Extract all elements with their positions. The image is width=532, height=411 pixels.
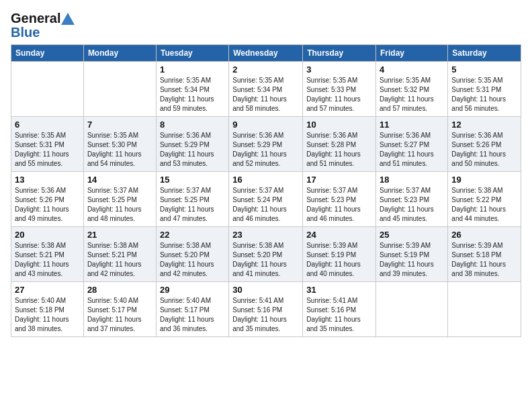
- calendar-cell: 9Sunrise: 5:36 AM Sunset: 5:29 PM Daylig…: [229, 117, 303, 172]
- calendar-cell: 1Sunrise: 5:35 AM Sunset: 5:34 PM Daylig…: [156, 62, 228, 117]
- calendar-cell: 5Sunrise: 5:35 AM Sunset: 5:31 PM Daylig…: [448, 62, 521, 117]
- col-header-saturday: Saturday: [448, 45, 521, 62]
- day-number: 26: [451, 230, 517, 240]
- day-number: 31: [306, 285, 372, 295]
- day-number: 9: [232, 120, 299, 130]
- col-header-friday: Friday: [376, 45, 448, 62]
- calendar-cell: 27Sunrise: 5:40 AM Sunset: 5:18 PM Dayli…: [11, 282, 84, 337]
- day-info: Sunrise: 5:38 AM Sunset: 5:22 PM Dayligh…: [451, 186, 517, 224]
- calendar-cell: 28Sunrise: 5:40 AM Sunset: 5:17 PM Dayli…: [83, 282, 156, 337]
- day-info: Sunrise: 5:40 AM Sunset: 5:18 PM Dayligh…: [15, 296, 80, 334]
- day-info: Sunrise: 5:39 AM Sunset: 5:19 PM Dayligh…: [306, 241, 372, 279]
- day-number: 12: [451, 120, 517, 130]
- day-info: Sunrise: 5:38 AM Sunset: 5:21 PM Dayligh…: [15, 241, 80, 279]
- day-number: 2: [232, 64, 299, 75]
- calendar-cell: 26Sunrise: 5:39 AM Sunset: 5:18 PM Dayli…: [448, 227, 521, 282]
- calendar-cell: 16Sunrise: 5:37 AM Sunset: 5:24 PM Dayli…: [229, 172, 303, 227]
- calendar-cell: 23Sunrise: 5:38 AM Sunset: 5:20 PM Dayli…: [229, 227, 303, 282]
- calendar-cell: 21Sunrise: 5:38 AM Sunset: 5:21 PM Dayli…: [83, 227, 156, 282]
- day-info: Sunrise: 5:38 AM Sunset: 5:20 PM Dayligh…: [232, 241, 299, 279]
- col-header-sunday: Sunday: [11, 45, 84, 62]
- day-number: 6: [15, 120, 80, 130]
- day-info: Sunrise: 5:40 AM Sunset: 5:17 PM Dayligh…: [87, 296, 152, 334]
- day-info: Sunrise: 5:38 AM Sunset: 5:21 PM Dayligh…: [87, 241, 152, 279]
- calendar-cell: 25Sunrise: 5:39 AM Sunset: 5:19 PM Dayli…: [376, 227, 448, 282]
- day-number: 20: [15, 230, 80, 240]
- day-number: 27: [15, 285, 80, 295]
- calendar-cell: [11, 62, 84, 117]
- day-number: 11: [380, 120, 444, 130]
- calendar-table: SundayMondayTuesdayWednesdayThursdayFrid…: [11, 44, 521, 337]
- day-info: Sunrise: 5:35 AM Sunset: 5:32 PM Dayligh…: [380, 76, 444, 113]
- calendar-cell: 10Sunrise: 5:36 AM Sunset: 5:28 PM Dayli…: [303, 117, 376, 172]
- day-number: 4: [380, 64, 444, 75]
- day-number: 18: [380, 175, 444, 185]
- calendar-cell: 29Sunrise: 5:40 AM Sunset: 5:17 PM Dayli…: [156, 282, 228, 337]
- day-info: Sunrise: 5:41 AM Sunset: 5:16 PM Dayligh…: [232, 296, 299, 334]
- day-number: 22: [160, 230, 225, 240]
- day-info: Sunrise: 5:37 AM Sunset: 5:25 PM Dayligh…: [87, 186, 152, 224]
- day-info: Sunrise: 5:35 AM Sunset: 5:34 PM Dayligh…: [232, 76, 299, 113]
- day-number: 5: [451, 64, 517, 75]
- col-header-thursday: Thursday: [303, 45, 376, 62]
- calendar-cell: 19Sunrise: 5:38 AM Sunset: 5:22 PM Dayli…: [448, 172, 521, 227]
- col-header-tuesday: Tuesday: [156, 45, 228, 62]
- calendar-cell: 18Sunrise: 5:37 AM Sunset: 5:23 PM Dayli…: [376, 172, 448, 227]
- day-info: Sunrise: 5:35 AM Sunset: 5:34 PM Dayligh…: [160, 76, 225, 113]
- day-number: 29: [160, 285, 225, 295]
- calendar-cell: 13Sunrise: 5:36 AM Sunset: 5:26 PM Dayli…: [11, 172, 84, 227]
- day-info: Sunrise: 5:35 AM Sunset: 5:33 PM Dayligh…: [306, 76, 372, 113]
- day-number: 23: [232, 230, 299, 240]
- page-header: General Blue: [11, 11, 521, 40]
- day-info: Sunrise: 5:35 AM Sunset: 5:31 PM Dayligh…: [451, 76, 517, 113]
- calendar-cell: 30Sunrise: 5:41 AM Sunset: 5:16 PM Dayli…: [229, 282, 303, 337]
- svg-marker-0: [61, 13, 75, 25]
- calendar-cell: 12Sunrise: 5:36 AM Sunset: 5:26 PM Dayli…: [448, 117, 521, 172]
- day-info: Sunrise: 5:37 AM Sunset: 5:23 PM Dayligh…: [306, 186, 372, 224]
- logo-blue: Blue: [11, 25, 75, 40]
- col-header-monday: Monday: [83, 45, 156, 62]
- day-info: Sunrise: 5:39 AM Sunset: 5:19 PM Dayligh…: [380, 241, 444, 279]
- day-info: Sunrise: 5:39 AM Sunset: 5:18 PM Dayligh…: [451, 241, 517, 279]
- calendar-cell: 17Sunrise: 5:37 AM Sunset: 5:23 PM Dayli…: [303, 172, 376, 227]
- day-info: Sunrise: 5:35 AM Sunset: 5:31 PM Dayligh…: [15, 131, 80, 169]
- calendar-cell: 14Sunrise: 5:37 AM Sunset: 5:25 PM Dayli…: [83, 172, 156, 227]
- day-number: 16: [232, 175, 299, 185]
- calendar-cell: 7Sunrise: 5:35 AM Sunset: 5:30 PM Daylig…: [83, 117, 156, 172]
- calendar-cell: 8Sunrise: 5:36 AM Sunset: 5:29 PM Daylig…: [156, 117, 228, 172]
- day-info: Sunrise: 5:36 AM Sunset: 5:26 PM Dayligh…: [451, 131, 517, 169]
- day-number: 8: [160, 120, 225, 130]
- day-number: 21: [87, 230, 152, 240]
- calendar-cell: 15Sunrise: 5:37 AM Sunset: 5:25 PM Dayli…: [156, 172, 228, 227]
- day-info: Sunrise: 5:38 AM Sunset: 5:20 PM Dayligh…: [160, 241, 225, 279]
- calendar-cell: [83, 62, 156, 117]
- day-number: 19: [451, 175, 517, 185]
- day-info: Sunrise: 5:36 AM Sunset: 5:26 PM Dayligh…: [15, 186, 80, 224]
- day-info: Sunrise: 5:36 AM Sunset: 5:27 PM Dayligh…: [380, 131, 444, 169]
- calendar-cell: 6Sunrise: 5:35 AM Sunset: 5:31 PM Daylig…: [11, 117, 84, 172]
- day-number: 24: [306, 230, 372, 240]
- day-info: Sunrise: 5:37 AM Sunset: 5:23 PM Dayligh…: [380, 186, 444, 224]
- day-number: 7: [87, 120, 152, 130]
- day-info: Sunrise: 5:36 AM Sunset: 5:29 PM Dayligh…: [160, 131, 225, 169]
- day-number: 13: [15, 175, 80, 185]
- day-number: 15: [160, 175, 225, 185]
- calendar-cell: 3Sunrise: 5:35 AM Sunset: 5:33 PM Daylig…: [303, 62, 376, 117]
- calendar-cell: [376, 282, 448, 337]
- day-number: 25: [380, 230, 444, 240]
- logo: General Blue: [11, 11, 75, 40]
- calendar-cell: 4Sunrise: 5:35 AM Sunset: 5:32 PM Daylig…: [376, 62, 448, 117]
- calendar-cell: 11Sunrise: 5:36 AM Sunset: 5:27 PM Dayli…: [376, 117, 448, 172]
- day-number: 10: [306, 120, 372, 130]
- day-info: Sunrise: 5:35 AM Sunset: 5:30 PM Dayligh…: [87, 131, 152, 169]
- day-number: 28: [87, 285, 152, 295]
- col-header-wednesday: Wednesday: [229, 45, 303, 62]
- day-number: 17: [306, 175, 372, 185]
- day-number: 1: [160, 64, 225, 75]
- day-info: Sunrise: 5:36 AM Sunset: 5:29 PM Dayligh…: [232, 131, 299, 169]
- logo-triangle-icon: [60, 11, 75, 26]
- day-info: Sunrise: 5:37 AM Sunset: 5:25 PM Dayligh…: [160, 186, 225, 224]
- calendar-cell: 20Sunrise: 5:38 AM Sunset: 5:21 PM Dayli…: [11, 227, 84, 282]
- logo-general: General: [11, 11, 60, 26]
- calendar-cell: [448, 282, 521, 337]
